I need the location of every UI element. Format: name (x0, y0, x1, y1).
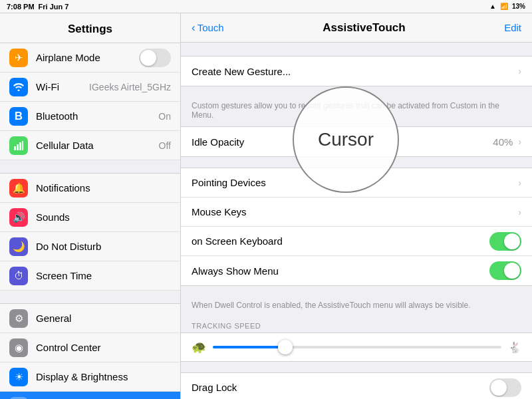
drag-lock-label: Drag Lock (192, 382, 489, 393)
tracking-speed-header: TRACKING SPEED (181, 317, 532, 332)
nav-title: AssistiveTouch (323, 21, 405, 35)
mouse-keys-chevron: › (518, 207, 521, 217)
status-left: 7:08 PM Fri Jun 7 (7, 3, 68, 11)
sidebar-item-wifi[interactable]: Wi-Fi IGeeks Airtel_5GHz (0, 72, 180, 102)
sidebar-item-airplane-mode[interactable]: ✈ Airplane Mode (0, 43, 180, 72)
sidebar-item-donotdisturb[interactable]: 🌙 Do Not Disturb (0, 232, 180, 261)
drag-lock-group: Drag Lock Zoom Pan › (181, 372, 532, 399)
content-area: Create New Gesture... › Custom gestures … (181, 43, 532, 399)
svg-rect-1 (17, 144, 19, 150)
sidebar-label-wifi: Wi-Fi (36, 81, 85, 92)
idle-opacity-chevron: › (518, 136, 521, 147)
sidebar-separator-2 (0, 291, 180, 304)
create-gesture-group: Create New Gesture... › (181, 56, 532, 86)
sidebar-label-bluetooth: Bluetooth (36, 110, 154, 122)
controlcenter-icon-box: ◉ (9, 338, 28, 357)
sidebar-label-notifications: Notifications (36, 182, 171, 194)
toggle-thumb-3 (491, 380, 507, 396)
sidebar-label-displaybrightness: Display & Brightness (36, 371, 171, 382)
rabbit-icon: 🐇 (508, 341, 521, 354)
sidebar-item-sounds[interactable]: 🔊 Sounds (0, 203, 180, 232)
sidebar-title: Settings (0, 13, 180, 43)
pointing-devices-row[interactable]: Pointing Devices › (181, 168, 532, 198)
sidebar-label-cellular: Cellular Data (36, 140, 155, 151)
sidebar-item-general[interactable]: ⚙ General (0, 304, 180, 333)
drag-lock-toggle[interactable] (489, 378, 521, 397)
nav-back-label: Touch (198, 22, 224, 33)
sidebar-item-notifications[interactable]: 🔔 Notifications (0, 174, 180, 203)
nav-edit-button[interactable]: Edit (504, 22, 521, 33)
slider-thumb[interactable] (278, 340, 293, 354)
wifi-icon-box (9, 78, 28, 96)
signal-icon: 📶 (500, 3, 508, 10)
mouse-keys-label: Mouse Keys (192, 206, 518, 217)
bluetooth-value: On (158, 111, 171, 122)
mouse-keys-row[interactable]: Mouse Keys › (181, 198, 532, 227)
toggle-thumb (140, 50, 156, 66)
idle-opacity-value: 40% (493, 136, 513, 148)
onscreen-keyboard-row[interactable]: on Screen Keyboard (181, 227, 532, 256)
sidebar-item-bluetooth[interactable]: B Bluetooth On (0, 102, 180, 131)
pointing-devices-chevron: › (518, 178, 521, 188)
nav-bar: ‹ Touch AssistiveTouch Edit (181, 13, 532, 43)
svg-rect-0 (14, 146, 16, 150)
sidebar-label-controlcenter: Control Center (36, 342, 171, 353)
idle-opacity-row[interactable]: Idle Opacity 40% › (181, 127, 532, 156)
dwell-note: When Dwell Control is enabled, the Assis… (181, 297, 532, 317)
always-show-menu-row[interactable]: Always Show Menu (181, 256, 532, 285)
tracking-speed-slider[interactable] (213, 346, 501, 348)
airplane-toggle[interactable] (139, 49, 171, 67)
sidebar-label-sounds: Sounds (36, 211, 171, 223)
chevron-left-icon: ‹ (192, 21, 196, 35)
wifi-icon: ▲ (489, 3, 496, 10)
idle-opacity-label: Idle Opacity (192, 136, 493, 148)
sidebar-label-donotdisturb: Do Not Disturb (36, 241, 171, 252)
onscreen-keyboard-label: on Screen Keyboard (192, 235, 489, 247)
sidebar-item-cellular[interactable]: Cellular Data Off (0, 131, 180, 160)
sidebar-item-controlcenter[interactable]: ◉ Control Center (0, 333, 180, 362)
create-gesture-row[interactable]: Create New Gesture... › (181, 57, 532, 86)
pointing-devices-label: Pointing Devices (192, 177, 518, 188)
sidebar: Settings ✈ Airplane Mode Wi-Fi IGeeks Ai… (0, 13, 181, 399)
idle-opacity-group: Idle Opacity 40% › (181, 126, 532, 157)
drag-lock-row[interactable]: Drag Lock (181, 373, 532, 399)
pointing-devices-group: Pointing Devices › Mouse Keys › on Scree… (181, 168, 532, 286)
screentime-icon-box: ⏱ (9, 267, 28, 285)
cellular-value: Off (159, 140, 171, 151)
displaybrightness-icon-box: ☀ (9, 368, 28, 386)
general-icon-box: ⚙ (9, 309, 28, 328)
sidebar-label-screentime: Screen Time (36, 270, 171, 281)
tracking-speed-slider-row: 🐢 🐇 (181, 332, 532, 362)
always-show-menu-toggle[interactable] (489, 261, 521, 280)
svg-rect-3 (22, 141, 23, 150)
sidebar-item-accessibility[interactable]: ♿ Accessibility (0, 392, 180, 399)
sidebar-label-general: General (36, 313, 171, 324)
onscreen-keyboard-toggle[interactable] (489, 232, 521, 251)
sidebar-label-airplane: Airplane Mode (36, 52, 139, 63)
create-gesture-chevron: › (518, 66, 521, 76)
donotdisturb-icon-box: 🌙 (9, 237, 28, 256)
sidebar-item-displaybrightness[interactable]: ☀ Display & Brightness (0, 362, 180, 392)
slider-fill (213, 346, 285, 348)
status-bar: 7:08 PM Fri Jun 7 ▲ 📶 13% (0, 0, 532, 13)
wifi-value: IGeeks Airtel_5GHz (89, 82, 171, 92)
toggle-thumb (504, 233, 520, 249)
notifications-icon-box: 🔔 (9, 179, 28, 198)
bluetooth-icon-box: B (9, 107, 28, 126)
create-gesture-note: Custom gestures allow you to record gest… (181, 97, 532, 126)
nav-back-button[interactable]: ‹ Touch (192, 21, 224, 35)
status-date: Fri Jun 7 (39, 3, 69, 11)
sounds-icon-box: 🔊 (9, 208, 28, 227)
toggle-thumb-2 (504, 263, 520, 279)
cellular-icon-box (9, 136, 28, 155)
always-show-menu-label: Always Show Menu (192, 265, 489, 277)
battery-text: 13% (512, 3, 525, 10)
main-content: ‹ Touch AssistiveTouch Edit Create New G… (181, 13, 532, 399)
status-right: ▲ 📶 13% (489, 3, 525, 10)
accessibility-icon-box: ♿ (9, 397, 28, 400)
sidebar-item-screentime[interactable]: ⏱ Screen Time (0, 261, 180, 291)
svg-rect-2 (19, 142, 21, 150)
turtle-icon: 🐢 (192, 340, 206, 354)
status-time: 7:08 PM (7, 3, 35, 11)
create-gesture-label: Create New Gesture... (192, 66, 518, 77)
